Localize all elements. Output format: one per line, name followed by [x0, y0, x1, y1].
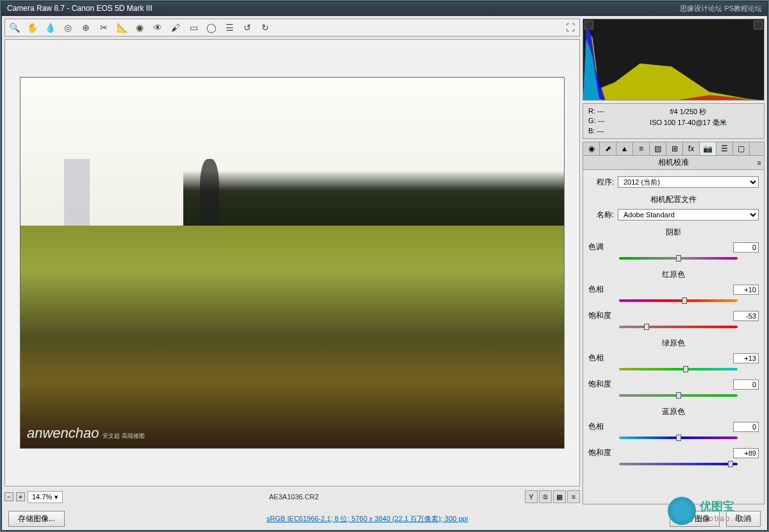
histogram[interactable] [583, 19, 765, 101]
red-sat-value[interactable] [733, 311, 759, 321]
process-dropdown[interactable]: 2012 (当前) [618, 176, 759, 188]
tab-split[interactable]: ▤ [650, 142, 666, 155]
tab-detail[interactable]: ▲ [616, 142, 633, 155]
footer: 存储图像... sRGB IEC61966-2.1; 8 位; 5760 x 3… [2, 507, 767, 530]
red-sat-label: 饱和度 [588, 310, 615, 321]
green-hue-label: 色相 [588, 353, 615, 363]
window-title: Camera Raw 8.7 - Canon EOS 5D Mark III [7, 4, 153, 14]
tab-snapshots[interactable]: ▢ [733, 142, 750, 155]
red-hue-value[interactable] [733, 285, 759, 295]
calibration-panel: 程序: 2012 (当前) 相机配置文件 名称: Adobe Standard … [583, 170, 765, 504]
red-section-title: 红原色 [588, 269, 759, 280]
green-sat-label: 饱和度 [588, 379, 615, 390]
logo-text: 优图宝 [700, 499, 753, 514]
exif-panel: R: --- G: --- B: --- f/4 1/250 秒 ISO 100… [583, 103, 765, 139]
straighten-tool-icon[interactable]: 📐 [115, 21, 128, 34]
blue-hue-value[interactable] [733, 422, 759, 432]
tab-fx[interactable]: fx [683, 142, 700, 155]
graduated-filter-icon[interactable]: ▭ [187, 21, 200, 34]
zoom-in-button[interactable]: + [16, 492, 25, 501]
blue-sat-slider[interactable] [619, 460, 738, 469]
zoom-dropdown[interactable]: 14.7%▾ [28, 491, 63, 503]
process-label: 程序: [588, 177, 614, 188]
profile-dropdown[interactable]: Adobe Standard [618, 209, 759, 220]
crop-tool-icon[interactable]: ✂ [97, 21, 110, 34]
panel-title: 相机校准 ≡ [583, 156, 765, 170]
targeted-adjustment-icon[interactable]: ⊕ [79, 21, 92, 34]
tab-calibration[interactable]: 📷 [700, 142, 716, 155]
zoom-out-button[interactable]: − [4, 492, 13, 501]
exif-g: G: --- [588, 116, 605, 126]
white-balance-tool-icon[interactable]: 💧 [44, 21, 56, 34]
blue-hue-label: 色相 [588, 421, 615, 432]
watermark: anwenchao 安文超 高端修图 [27, 425, 145, 442]
tab-hsl[interactable]: ≡ [633, 142, 650, 155]
preferences-icon[interactable]: ☰ [223, 21, 236, 34]
green-section-title: 绿原色 [588, 338, 759, 349]
rotate-cw-icon[interactable]: ↻ [259, 21, 272, 34]
bird-icon [668, 497, 696, 525]
tint-label: 色调 [588, 242, 615, 253]
spot-removal-icon[interactable]: ◉ [133, 21, 146, 34]
zoom-tool-icon[interactable]: 🔍 [8, 21, 21, 34]
red-sat-slider[interactable] [619, 322, 738, 331]
exif-b: B: --- [588, 126, 605, 136]
blue-sat-value[interactable] [733, 448, 759, 458]
save-image-button[interactable]: 存储图像... [8, 511, 65, 527]
exif-iso: ISO 100 17-40@17 毫米 [618, 117, 759, 128]
tint-value[interactable] [733, 242, 759, 253]
rating-icon[interactable]: ⑤ [539, 490, 552, 503]
panel-tabs: ◉ ⬈ ▲ ≡ ▤ ⊞ fx 📷 ☰ ▢ [583, 142, 765, 156]
titlebar: Camera Raw 8.7 - Canon EOS 5D Mark III 思… [2, 2, 767, 16]
exif-exposure: f/4 1/250 秒 [618, 106, 759, 117]
titlebar-right-text: 思缘设计论坛 PS教程论坛 [680, 4, 762, 14]
rotate-ccw-icon[interactable]: ↺ [241, 21, 254, 34]
radial-filter-icon[interactable]: ◯ [205, 21, 218, 34]
green-sat-value[interactable] [733, 379, 759, 390]
panel-menu-icon[interactable]: ≡ [757, 159, 761, 167]
fullscreen-icon[interactable]: ⛶ [564, 21, 577, 34]
site-logo: 优图宝 utobao.com [668, 495, 764, 527]
tint-slider[interactable] [619, 254, 738, 263]
workflow-link[interactable]: sRGB IEC61966-2.1; 8 位; 5760 x 3840 (22.… [71, 514, 663, 524]
shadows-section-title: 阴影 [588, 227, 759, 238]
blue-section-title: 蓝原色 [588, 406, 759, 417]
redeye-tool-icon[interactable]: 👁 [151, 21, 164, 34]
exif-r: R: --- [588, 106, 605, 116]
profile-name-label: 名称: [588, 210, 614, 220]
statusbar: − + 14.7%▾ AE3A1036.CR2 Y ⑤ ▦ ≡ [4, 489, 580, 504]
tab-presets[interactable]: ☰ [716, 142, 733, 155]
adjustment-brush-icon[interactable]: 🖌 [169, 21, 182, 34]
red-hue-slider[interactable] [619, 296, 738, 305]
green-hue-value[interactable] [733, 353, 759, 363]
blue-hue-slider[interactable] [619, 433, 738, 442]
tab-lens[interactable]: ⊞ [666, 142, 683, 155]
filter-icon[interactable]: Y [525, 490, 538, 503]
tab-basic[interactable]: ◉ [583, 142, 600, 155]
blue-sat-label: 饱和度 [588, 447, 615, 458]
tab-curve[interactable]: ⬈ [600, 142, 616, 155]
filename-label: AE3A1036.CR2 [65, 493, 522, 501]
profile-section-title: 相机配置文件 [588, 194, 759, 205]
color-sampler-tool-icon[interactable]: ◎ [62, 21, 74, 34]
red-hue-label: 色相 [588, 284, 615, 295]
label-icon[interactable]: ▦ [553, 490, 566, 503]
green-hue-slider[interactable] [619, 365, 738, 374]
logo-url: utobao.com [700, 514, 753, 523]
toolbar: 🔍 ✋ 💧 ◎ ⊕ ✂ 📐 ◉ 👁 🖌 ▭ ◯ ☰ ↺ ↻ ⛶ [4, 19, 580, 37]
green-sat-slider[interactable] [619, 391, 738, 400]
preview-area[interactable]: anwenchao 安文超 高端修图 [4, 39, 580, 486]
hand-tool-icon[interactable]: ✋ [26, 21, 38, 34]
list-icon[interactable]: ≡ [567, 490, 580, 503]
